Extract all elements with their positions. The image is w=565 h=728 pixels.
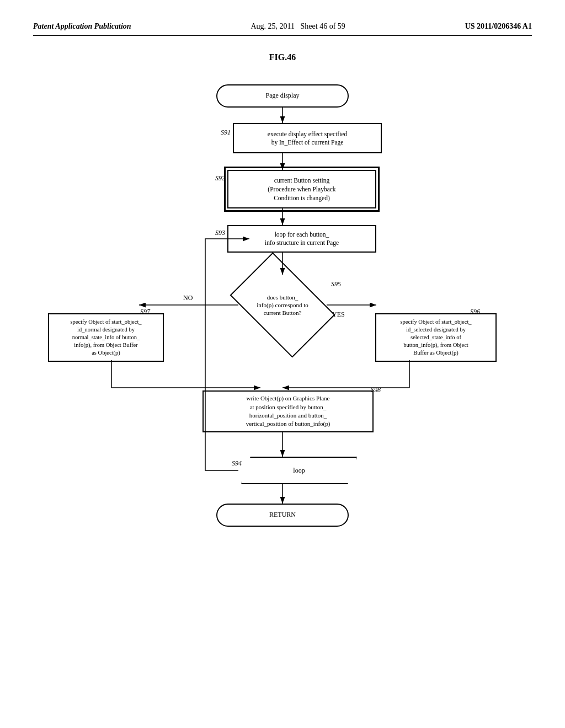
s96-node: specify Object of start_object_ id_selec… <box>375 313 497 362</box>
end-node: RETURN <box>216 504 349 527</box>
header-center: Aug. 25, 2011 Sheet 46 of 59 <box>250 22 345 31</box>
flowchart: Page display S91 execute display effect … <box>45 73 520 669</box>
s93-node: loop for each button_ info structure in … <box>227 225 376 253</box>
page: Patent Application Publication Aug. 25, … <box>0 0 565 728</box>
pub-date: Aug. 25, 2011 <box>250 22 295 30</box>
publication-label: Patent Application Publication <box>33 22 131 30</box>
s98-node: write Object(p) on Graphics Plane at pos… <box>202 390 374 432</box>
s91-label: S91 <box>221 129 231 137</box>
flowchart-arrows <box>45 73 520 669</box>
no-label: NO <box>183 294 193 302</box>
s92-node: current Button setting (Procedure when P… <box>227 170 376 208</box>
header: Patent Application Publication Aug. 25, … <box>33 22 532 36</box>
header-left: Patent Application Publication <box>33 22 131 31</box>
s97-node: specify Object of start_object_ id_norma… <box>48 313 164 362</box>
sheet-info: Sheet 46 of 59 <box>301 22 345 30</box>
s94-label: S94 <box>232 459 242 468</box>
patent-number: US 2011/0206346 A1 <box>465 22 532 30</box>
fig-label: FIG.46 <box>33 52 532 62</box>
s92-label: S92 <box>215 174 225 183</box>
s94-node: loop <box>241 457 357 484</box>
header-right: US 2011/0206346 A1 <box>465 22 532 31</box>
s95-text: does button_ info(p) correspond to curre… <box>227 277 338 333</box>
s91-node: execute display effect specified by In_E… <box>233 123 382 153</box>
s93-label: S93 <box>215 229 225 237</box>
start-node: Page display <box>216 84 349 108</box>
